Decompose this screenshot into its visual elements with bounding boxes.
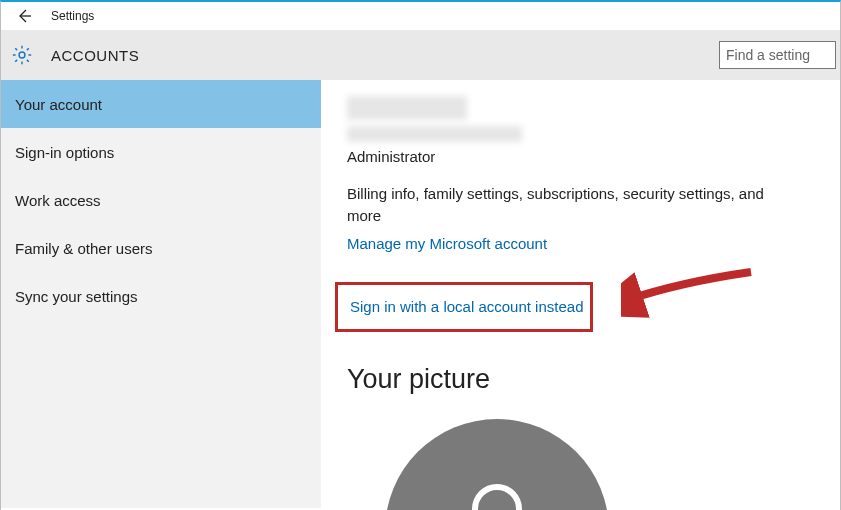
titlebar: Settings xyxy=(1,2,840,30)
content: Administrator Billing info, family setti… xyxy=(321,80,840,508)
search-placeholder: Find a setting xyxy=(726,47,810,63)
account-description: Billing info, family settings, subscript… xyxy=(347,183,767,227)
signin-local-highlight: Sign in with a local account instead xyxy=(335,282,593,332)
page-title: ACCOUNTS xyxy=(51,47,139,64)
account-role: Administrator xyxy=(347,148,820,165)
search-input[interactable]: Find a setting xyxy=(719,41,836,69)
sidebar-item-label: Family & other users xyxy=(15,240,153,257)
account-email-redacted xyxy=(347,126,522,142)
avatar-placeholder-icon xyxy=(385,419,609,511)
svg-point-0 xyxy=(19,52,25,58)
your-picture-heading: Your picture xyxy=(347,364,820,395)
sidebar-item-label: Sign-in options xyxy=(15,144,114,161)
sidebar-item-work-access[interactable]: Work access xyxy=(1,176,321,224)
sidebar-item-label: Work access xyxy=(15,192,101,209)
window-title: Settings xyxy=(51,9,94,23)
sidebar-item-your-account[interactable]: Your account xyxy=(1,80,321,128)
sidebar-item-family-users[interactable]: Family & other users xyxy=(1,224,321,272)
avatar-container xyxy=(347,419,647,511)
sidebar-item-signin-options[interactable]: Sign-in options xyxy=(1,128,321,176)
signin-local-link[interactable]: Sign in with a local account instead xyxy=(350,298,583,315)
manage-account-link[interactable]: Manage my Microsoft account xyxy=(347,235,820,252)
sidebar-item-label: Your account xyxy=(15,96,102,113)
account-name-redacted xyxy=(347,96,467,120)
back-button[interactable] xyxy=(13,5,35,27)
sidebar-item-sync-settings[interactable]: Sync your settings xyxy=(1,272,321,320)
header: ACCOUNTS Find a setting xyxy=(1,30,840,80)
sidebar: Your account Sign-in options Work access… xyxy=(1,80,321,508)
sidebar-item-label: Sync your settings xyxy=(15,288,138,305)
gear-icon xyxy=(11,44,33,66)
back-arrow-icon xyxy=(16,8,32,24)
